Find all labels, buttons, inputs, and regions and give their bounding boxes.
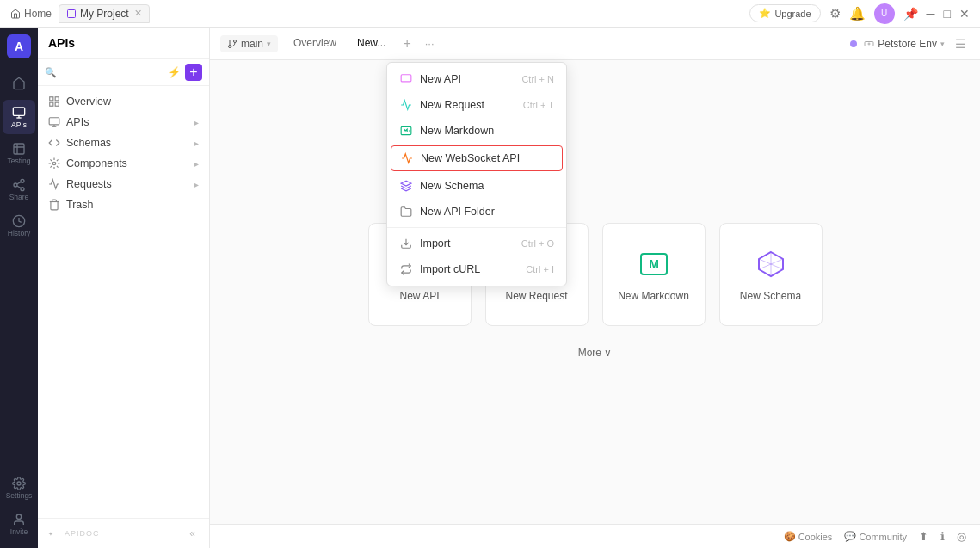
community-link[interactable]: 💬 Community bbox=[844, 531, 907, 542]
schemas-arrow: ▸ bbox=[194, 139, 199, 148]
project-tab-close[interactable]: ✕ bbox=[134, 8, 142, 19]
add-button[interactable]: + bbox=[185, 64, 202, 81]
sidebar-item-history[interactable]: History bbox=[3, 208, 35, 243]
settings-icon[interactable]: ⚙ bbox=[829, 6, 841, 22]
footer-icon-3[interactable]: ◎ bbox=[957, 530, 966, 543]
menu-item-new-markdown[interactable]: New Markdown bbox=[387, 118, 566, 144]
minimize-btn[interactable]: ─ bbox=[927, 7, 935, 21]
sidebar-item-testing[interactable]: Testing bbox=[3, 136, 35, 170]
filter-button[interactable]: ⚡ bbox=[165, 65, 183, 79]
requests-label: Requests bbox=[66, 178, 112, 190]
schemas-icon bbox=[48, 137, 60, 149]
svg-point-6 bbox=[21, 187, 24, 190]
sidebar-share-label: Share bbox=[9, 193, 29, 201]
home-breadcrumb[interactable]: Home bbox=[10, 8, 52, 20]
project-tab[interactable]: My Project ✕ bbox=[59, 4, 150, 23]
more-label: More ∨ bbox=[578, 347, 613, 359]
sidebar-item-share[interactable]: Share bbox=[3, 172, 35, 206]
footer-right: 🍪 Cookies 💬 Community ⬆ ℹ ◎ bbox=[784, 530, 966, 543]
new-markdown-icon: M bbox=[637, 247, 671, 281]
upgrade-label: Upgrade bbox=[774, 9, 811, 19]
menu-item-new-folder[interactable]: New API Folder bbox=[387, 199, 566, 225]
close-btn[interactable]: ✕ bbox=[959, 7, 970, 21]
panel-footer: ✦ APIDOC « bbox=[38, 518, 209, 548]
new-schema-icon bbox=[754, 247, 788, 281]
svg-point-10 bbox=[17, 482, 21, 485]
svg-point-5 bbox=[14, 183, 17, 187]
sidebar-item-home[interactable] bbox=[3, 69, 35, 98]
panel-header: APIs bbox=[38, 28, 209, 59]
tab-more-button[interactable]: ··· bbox=[420, 34, 440, 53]
search-input-wrap: 🔍 bbox=[45, 66, 163, 78]
sidebar-item-apis-nav[interactable]: APIs ▸ bbox=[38, 112, 209, 132]
sidebar-item-schemas[interactable]: Schemas ▸ bbox=[38, 132, 209, 153]
menu-item-new-websocket[interactable]: New WebSocket API bbox=[391, 145, 563, 171]
svg-point-19 bbox=[52, 162, 56, 165]
svg-text:M: M bbox=[649, 257, 659, 271]
footer-icon-2[interactable]: ℹ bbox=[940, 530, 945, 543]
schemas-label: Schemas bbox=[66, 137, 111, 149]
sidebar-logo[interactable]: A bbox=[7, 34, 31, 58]
sidebar-item-apis[interactable]: APIs bbox=[3, 100, 35, 134]
apis-nav-label: APIs bbox=[66, 116, 89, 128]
components-arrow: ▸ bbox=[194, 159, 199, 169]
header-right: ⭐ Upgrade ⚙ 🔔 U 📌 ─ □ ✕ bbox=[749, 3, 970, 24]
menu-item-new-api[interactable]: New API Ctrl + N bbox=[387, 66, 566, 92]
maximize-btn[interactable]: □ bbox=[944, 7, 951, 21]
tab-bar: main ▾ Overview New... + ··· Petstore En… bbox=[210, 28, 980, 60]
svg-rect-1 bbox=[13, 108, 24, 115]
new-markdown-card[interactable]: M New Markdown bbox=[602, 223, 706, 326]
sidebar-apis-label: APIs bbox=[11, 120, 27, 129]
new-websocket-menu-label: New WebSocket API bbox=[421, 152, 520, 164]
upgrade-button[interactable]: ⭐ Upgrade bbox=[749, 4, 820, 22]
requests-arrow: ▸ bbox=[194, 180, 199, 189]
svg-point-24 bbox=[868, 43, 870, 45]
panel-title: APIs bbox=[48, 36, 75, 50]
svg-rect-29 bbox=[401, 75, 411, 82]
tab-overview[interactable]: Overview bbox=[285, 34, 345, 54]
schema-icon bbox=[399, 179, 413, 193]
menu-item-new-schema[interactable]: New Schema bbox=[387, 173, 566, 199]
menu-item-import[interactable]: Import Ctrl + O bbox=[387, 231, 566, 256]
avatar[interactable]: U bbox=[874, 3, 895, 24]
trash-label: Trash bbox=[66, 199, 94, 211]
branch-selector[interactable]: main ▾ bbox=[220, 35, 278, 52]
menu-item-new-request[interactable]: New Request Ctrl + T bbox=[387, 92, 566, 118]
sidebar-item-components[interactable]: Components ▸ bbox=[38, 153, 209, 174]
new-schema-card[interactable]: New Schema bbox=[719, 223, 823, 326]
grid-icon bbox=[48, 95, 60, 108]
folder-icon bbox=[399, 205, 413, 219]
svg-rect-12 bbox=[50, 97, 53, 101]
collapse-button[interactable]: « bbox=[186, 526, 199, 541]
sidebar-item-settings[interactable]: Settings bbox=[3, 471, 35, 505]
requests-icon bbox=[48, 178, 60, 190]
import-menu-label: Import bbox=[420, 237, 450, 249]
bell-icon[interactable]: 🔔 bbox=[849, 6, 866, 22]
search-icon: 🔍 bbox=[45, 67, 57, 78]
sidebar-item-invite[interactable]: Invite bbox=[3, 507, 35, 541]
pin-icon[interactable]: 📌 bbox=[903, 7, 918, 21]
tab-new[interactable]: New... bbox=[348, 34, 394, 54]
sidebar-item-overview[interactable]: Overview bbox=[38, 91, 209, 112]
search-input[interactable] bbox=[60, 66, 163, 78]
more-button[interactable]: More ∨ bbox=[571, 343, 619, 362]
sidebar-item-trash[interactable]: Trash bbox=[38, 194, 209, 215]
community-icon: 💬 bbox=[844, 531, 856, 542]
sidebar-history-label: History bbox=[8, 229, 30, 237]
cookies-link[interactable]: 🍪 Cookies bbox=[784, 531, 833, 542]
svg-text:✦: ✦ bbox=[48, 531, 53, 537]
tab-add-button[interactable]: + bbox=[398, 33, 416, 55]
api-icon bbox=[399, 72, 413, 86]
tab-new-label: New... bbox=[357, 37, 385, 49]
sidebar-item-requests[interactable]: Requests ▸ bbox=[38, 174, 209, 194]
svg-rect-0 bbox=[68, 9, 76, 17]
project-tab-label: My Project bbox=[80, 8, 129, 20]
branch-label: main bbox=[241, 38, 263, 50]
new-markdown-menu-label: New Markdown bbox=[420, 125, 494, 137]
menu-button[interactable]: ☰ bbox=[952, 37, 970, 51]
request-icon bbox=[399, 98, 413, 112]
env-selector[interactable]: Petstore Env ▾ bbox=[864, 38, 945, 50]
import-icon bbox=[399, 237, 413, 250]
menu-item-import-curl[interactable]: Import cURL Ctrl + I bbox=[387, 256, 566, 282]
footer-icon-1[interactable]: ⬆ bbox=[919, 530, 928, 543]
